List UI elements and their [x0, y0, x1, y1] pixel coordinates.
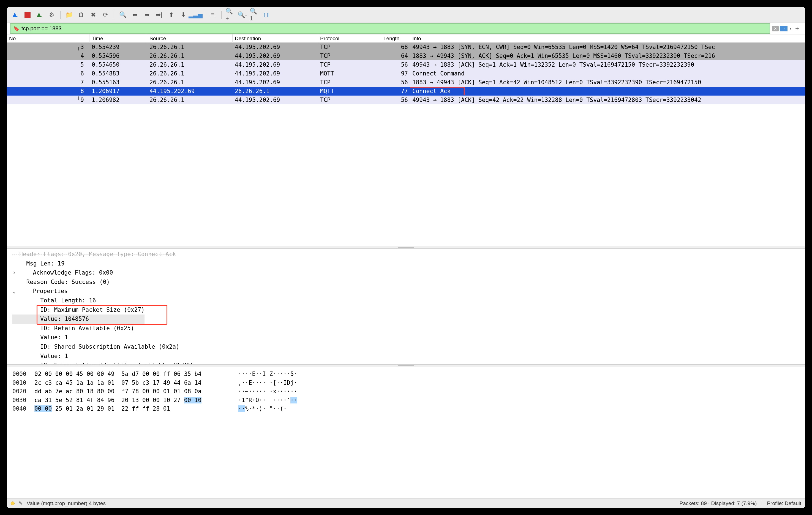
cell-len: 68 — [381, 43, 410, 51]
col-header-no[interactable]: No. — [7, 34, 89, 43]
goto-packet-icon[interactable]: ➡| — [154, 10, 164, 20]
status-profile[interactable]: Profile: Default — [767, 500, 801, 507]
cell-src: 26.26.26.1 — [147, 79, 233, 86]
detail-line[interactable]: › Acknowledge Flags: 0x00 — [12, 268, 800, 278]
detail-line[interactable]: Reason Code: Success (0) — [12, 278, 800, 287]
next-packet-icon[interactable]: ➡ — [142, 10, 152, 20]
hex-row[interactable]: 000002 00 00 00 45 00 00 49 5a d7 00 00 … — [12, 370, 800, 379]
open-file-icon[interactable]: 📁 — [64, 10, 74, 20]
hex-row[interactable]: 00102c c3 ca 45 1a 1a 1a 01 07 5b c3 17 … — [12, 379, 800, 387]
packet-row[interactable]: 70.55516326.26.26.144.195.202.69TCP56188… — [7, 78, 805, 87]
separator — [60, 11, 61, 19]
hex-bytes: 00 00 25 01 2a 01 29 01 22 ff ff 28 01 — [34, 405, 238, 413]
packet-details-pane[interactable]: Header Flags: 0x20, Message Type: Connec… — [7, 249, 805, 364]
wireshark-window: ⚙ 📁 🗒 ✖ ⟳ 🔍 ⬅ ➡ ➡| ⬆ ⬇ ▂▃▅ ≡ 🔍+ 🔍- 🔍1 ⫿⫿… — [7, 7, 805, 508]
cell-dst: 44.195.202.69 — [233, 52, 318, 60]
hex-ascii: ····E··I Z·····5· — [238, 370, 297, 379]
detail-line: Header Flags: 0x20, Message Type: Connec… — [12, 250, 800, 259]
edit-icon[interactable]: ✎ — [19, 500, 23, 507]
hex-ascii: ··~····· ·x······ — [238, 387, 297, 396]
col-header-length[interactable]: Length — [381, 34, 410, 43]
cell-len: 56 — [381, 96, 410, 104]
display-filter-bar: 🔖 tcp.port == 1883 ✕ → ▾ + — [7, 23, 805, 34]
zoom-in-icon[interactable]: 🔍+ — [226, 10, 235, 20]
cell-time: 0.554650 — [89, 61, 147, 69]
hex-offset: 0030 — [12, 396, 34, 405]
find-icon[interactable]: 🔍 — [118, 10, 127, 20]
packet-list-pane[interactable]: No. Time Source Destination Protocol Len… — [7, 34, 805, 246]
cell-no: 5 — [7, 61, 89, 69]
cell-info: 1883 → 49943 [SYN, ACK] Seq=0 Ack=1 Win=… — [410, 52, 805, 60]
hex-row[interactable]: 004000 00 25 01 2a 01 29 01 22 ff ff 28 … — [12, 405, 800, 413]
detail-line-selected[interactable]: Value: 1048576 — [12, 315, 145, 324]
display-filter-input[interactable]: 🔖 tcp.port == 1883 — [10, 23, 770, 34]
detail-line[interactable]: Value: 1 — [12, 333, 800, 342]
first-packet-icon[interactable]: ⬆ — [167, 10, 176, 20]
close-file-icon[interactable]: ✖ — [89, 10, 98, 20]
stop-capture-icon[interactable] — [23, 10, 32, 20]
zoom-out-icon[interactable]: 🔍- — [237, 10, 247, 20]
packet-row[interactable]: ┌ 30.55423926.26.26.144.195.202.69TCP684… — [7, 43, 805, 52]
col-header-protocol[interactable]: Protocol — [318, 34, 381, 43]
detail-line[interactable]: ID: Shared Subscription Available (0x2a) — [12, 342, 800, 352]
packet-bytes-pane[interactable]: 000002 00 00 00 45 00 00 49 5a d7 00 00 … — [7, 367, 805, 498]
detail-line[interactable]: Total Length: 16 — [12, 296, 800, 305]
detail-line[interactable]: ID: Retain Available (0x25) — [12, 324, 800, 333]
hex-offset: 0040 — [12, 405, 34, 413]
hex-bytes: dd ab 7e ac 80 18 80 00 f7 78 00 00 01 0… — [34, 387, 238, 396]
cell-proto: MQTT — [318, 87, 381, 95]
packet-row[interactable]: 60.55488326.26.26.144.195.202.69MQTT97Co… — [7, 69, 805, 78]
expand-icon[interactable]: › — [12, 268, 19, 278]
cell-time: 1.206917 — [89, 87, 147, 95]
detail-line[interactable]: Msg Len: 19 — [12, 259, 800, 269]
hex-row[interactable]: 0030ca 31 5e 52 81 4f 84 96 20 13 00 00 … — [12, 396, 800, 405]
status-field-info: Value (mqtt.prop_number),4 bytes — [27, 500, 106, 507]
cell-info: 49943 → 1883 [SYN, ECN, CWR] Seq=0 Win=6… — [410, 43, 805, 51]
shark-fin-icon[interactable] — [11, 10, 20, 20]
pane-resizer[interactable] — [7, 364, 805, 367]
last-packet-icon[interactable]: ⬇ — [179, 10, 188, 20]
cell-proto: TCP — [318, 96, 381, 104]
detail-line[interactable]: ⌄ Properties — [12, 287, 800, 296]
hex-bytes: 02 00 00 00 45 00 00 49 5a d7 00 00 ff 0… — [34, 370, 238, 379]
cell-len: 97 — [381, 70, 410, 77]
apply-filter-icon[interactable]: → — [780, 26, 787, 31]
cell-dst: 44.195.202.69 — [233, 61, 318, 69]
resize-columns-icon[interactable]: ⫿⫿ — [262, 10, 271, 20]
hex-offset: 0010 — [12, 379, 34, 387]
cell-no: ┌ 3 — [7, 43, 89, 51]
restart-capture-icon[interactable] — [35, 10, 44, 20]
detail-line[interactable]: Value: 1 — [12, 352, 800, 361]
zoom-reset-icon[interactable]: 🔍1 — [250, 10, 259, 20]
hex-row[interactable]: 0020dd ab 7e ac 80 18 80 00 f7 78 00 00 … — [12, 387, 800, 396]
hex-offset: 0020 — [12, 387, 34, 396]
detail-line[interactable]: ID: Subscription Identifier Available (0… — [12, 361, 800, 364]
reload-icon[interactable]: ⟳ — [101, 10, 110, 20]
packet-row[interactable]: └ 91.20698226.26.26.144.195.202.69TCP564… — [7, 96, 805, 104]
add-filter-button[interactable]: + — [792, 25, 802, 32]
packet-row[interactable]: 81.20691744.195.202.6926.26.26.1MQTT77Co… — [7, 87, 805, 96]
cell-time: 0.554883 — [89, 70, 147, 77]
colorize-icon[interactable]: ≡ — [208, 10, 218, 20]
options-icon[interactable]: ⚙ — [47, 10, 56, 20]
clear-filter-icon[interactable]: ✕ — [772, 26, 779, 31]
detail-line[interactable]: ID: Maximum Packet Size (0x27) — [12, 305, 145, 315]
cell-len: 77 — [381, 87, 410, 95]
filter-dropdown-icon[interactable]: ▾ — [789, 27, 792, 31]
col-header-destination[interactable]: Destination — [233, 34, 318, 43]
cell-no: 6 — [7, 70, 89, 77]
expert-info-icon[interactable] — [11, 502, 14, 505]
col-header-info[interactable]: Info — [410, 34, 805, 43]
save-file-icon[interactable]: 🗒 — [77, 10, 86, 20]
col-header-source[interactable]: Source — [147, 34, 233, 43]
col-header-time[interactable]: Time — [89, 34, 147, 43]
cell-dst: 44.195.202.69 — [233, 70, 318, 77]
auto-scroll-icon[interactable]: ▂▃▅ — [191, 10, 200, 20]
pane-resizer[interactable] — [7, 246, 805, 249]
bookmark-icon[interactable]: 🔖 — [13, 26, 19, 32]
prev-packet-icon[interactable]: ⬅ — [130, 10, 140, 20]
cell-no: 4 — [7, 52, 89, 60]
packet-row[interactable]: 50.55465026.26.26.144.195.202.69TCP56499… — [7, 60, 805, 69]
packet-row[interactable]: 40.55459626.26.26.144.195.202.69TCP64188… — [7, 52, 805, 60]
collapse-icon[interactable]: ⌄ — [12, 287, 19, 296]
